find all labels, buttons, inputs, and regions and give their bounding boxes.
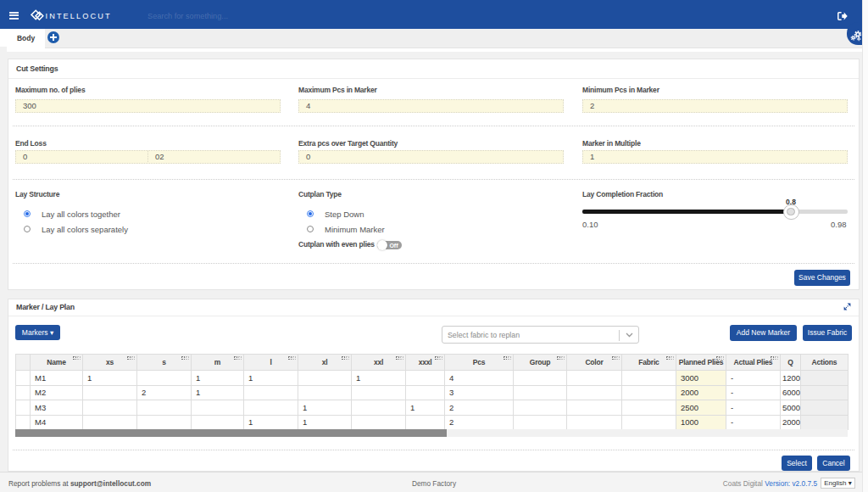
svg-text:INTELLOCUT: INTELLOCUT [46,12,112,20]
